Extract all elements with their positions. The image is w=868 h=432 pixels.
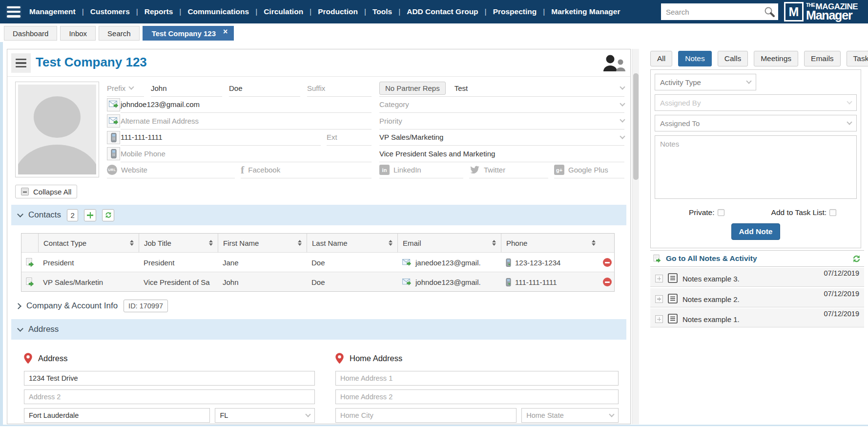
column-header-contact-type[interactable]: Contact Type	[38, 234, 139, 252]
menu-item-prospecting[interactable]: Prospecting	[493, 7, 552, 16]
sort-icon[interactable]	[492, 240, 496, 246]
tab-emails[interactable]: Emails	[804, 51, 841, 66]
delete-contact-button[interactable]	[600, 272, 614, 292]
tab-search[interactable]: Search	[99, 26, 140, 41]
contact-row[interactable]: President President Jane Doe janedoe123@…	[21, 252, 614, 272]
alt-email-icon[interactable]	[107, 114, 120, 128]
column-header-phone[interactable]: Phone	[501, 234, 600, 252]
priority-select[interactable]: Priority	[379, 113, 624, 130]
tab-test-company-active[interactable]: Test Company 123 ×	[143, 26, 234, 41]
tab-calls[interactable]: Calls	[718, 51, 748, 66]
address-section-header[interactable]: Address	[11, 319, 626, 340]
menu-item-communications[interactable]: Communications	[187, 7, 264, 16]
no-partner-reps-button[interactable]: No Partner Reps	[379, 82, 446, 95]
home-address-line1-input[interactable]	[335, 371, 619, 386]
home-address-line2-input[interactable]	[335, 389, 619, 404]
linkedin-field[interactable]: in LinkedIn	[379, 162, 463, 179]
email-field[interactable]: johndoe123@gmail.com	[121, 97, 372, 113]
go-to-all-notes-link[interactable]: Go to All Notes & Activity	[650, 250, 864, 267]
phone-field[interactable]: 111-111-1111	[121, 130, 321, 146]
menu-item-tools[interactable]: Tools	[372, 7, 407, 16]
last-name-field[interactable]: Doe	[229, 80, 300, 97]
menu-item-circulation[interactable]: Circulation	[264, 7, 318, 16]
website-field[interactable]: URL Website	[107, 162, 235, 179]
googleplus-field[interactable]: g+ Google Plus	[554, 162, 624, 179]
contact-type-select[interactable]: VP Sales/Marketing	[379, 130, 624, 146]
job-title-field[interactable]: Vice President Sales and Marketing	[379, 146, 624, 162]
note-list-item[interactable]: Notes example 2. 07/12/2019	[650, 288, 864, 307]
prefix-select[interactable]: Prefix	[107, 80, 144, 97]
suffix-field[interactable]: Suffix	[307, 80, 372, 97]
open-contact-icon[interactable]	[21, 253, 38, 272]
call-phone-icon[interactable]	[506, 278, 511, 286]
tab-tasks[interactable]: Tasks	[847, 51, 868, 66]
expand-note-icon[interactable]	[655, 295, 663, 303]
send-email-icon[interactable]	[402, 259, 412, 266]
refresh-contacts-button[interactable]	[102, 209, 114, 221]
refresh-notes-icon[interactable]	[852, 254, 861, 263]
city-input[interactable]	[24, 408, 210, 423]
assigned-to-select[interactable]: Assigned To	[655, 115, 857, 131]
send-email-icon[interactable]	[402, 279, 412, 286]
vertical-scrollbar[interactable]	[632, 49, 639, 424]
contacts-section-header[interactable]: Contacts 2	[11, 205, 626, 225]
expand-note-icon[interactable]	[655, 275, 663, 282]
facebook-field[interactable]: f Facebook	[241, 162, 372, 179]
add-note-button[interactable]: Add Note	[731, 223, 781, 240]
add-contact-button[interactable]	[84, 209, 96, 221]
mobile-phone-field[interactable]: Mobile Phone	[121, 146, 372, 162]
call-phone-icon[interactable]	[506, 259, 511, 267]
search-input[interactable]	[661, 8, 764, 16]
note-text-input[interactable]	[655, 135, 857, 199]
cell-phone[interactable]: 111-111-1111	[501, 272, 600, 292]
column-header-last-name[interactable]: Last Name	[307, 234, 397, 252]
company-account-info-section[interactable]: Company & Account Info ID: 170997	[16, 300, 168, 312]
assigned-by-select[interactable]: Assigned By	[655, 94, 857, 111]
task-list-checkbox[interactable]	[829, 209, 836, 216]
menu-item-add-contact-group[interactable]: ADD Contact Group	[407, 7, 493, 16]
menu-item-production[interactable]: Production	[318, 7, 372, 16]
email-icon[interactable]	[107, 98, 120, 111]
phone-ext-field[interactable]: Ext	[327, 130, 372, 146]
twitter-field[interactable]: Twitter	[469, 162, 548, 179]
column-header-job-title[interactable]: Job Title	[139, 234, 218, 252]
sort-icon[interactable]	[298, 240, 302, 246]
note-list-item[interactable]: Notes example 1. 07/12/2019	[650, 308, 864, 327]
menu-item-customers[interactable]: Customers	[90, 7, 145, 16]
cell-email[interactable]: janedoe123@gmail.	[397, 253, 501, 272]
scrollbar-thumb[interactable]	[633, 73, 639, 180]
tab-meetings[interactable]: Meetings	[754, 51, 798, 66]
open-contact-icon[interactable]	[21, 272, 38, 292]
activity-type-select[interactable]: Activity Type	[655, 74, 756, 90]
address-line2-input[interactable]	[24, 389, 315, 404]
expand-note-icon[interactable]	[655, 315, 663, 323]
close-tab-icon[interactable]: ×	[223, 28, 227, 36]
rep-name[interactable]: Test	[455, 84, 617, 92]
phone-icon[interactable]	[107, 131, 120, 144]
tab-all[interactable]: All	[650, 51, 672, 66]
sort-icon[interactable]	[130, 240, 134, 246]
collapse-all-button[interactable]: Collapse All	[15, 185, 77, 198]
cell-phone[interactable]: 123-123-1234	[501, 253, 600, 272]
private-checkbox[interactable]	[718, 209, 724, 216]
tab-dashboard[interactable]: Dashboard	[4, 26, 57, 41]
address-line1-input[interactable]	[24, 371, 315, 386]
hamburger-menu-icon[interactable]	[6, 5, 21, 19]
cell-email[interactable]: johndoe123@gmail.	[397, 272, 501, 292]
sort-icon[interactable]	[209, 240, 213, 246]
contact-row[interactable]: VP Sales/Marketin Vice President of Sa J…	[21, 272, 614, 291]
menu-item-marketing-manager[interactable]: Marketing Manager	[551, 7, 633, 16]
column-header-first-name[interactable]: First Name	[218, 234, 307, 252]
menu-item-reports[interactable]: Reports	[145, 7, 188, 16]
category-select[interactable]: Category	[379, 97, 624, 113]
tab-notes[interactable]: Notes	[678, 51, 712, 66]
sort-icon[interactable]	[592, 240, 596, 246]
state-select[interactable]: FL	[215, 408, 315, 423]
record-menu-icon[interactable]	[11, 53, 31, 73]
alt-email-field[interactable]: Alternate Email Address	[121, 113, 372, 130]
sort-icon[interactable]	[389, 240, 393, 246]
avatar[interactable]	[15, 82, 99, 177]
home-city-input[interactable]	[335, 408, 517, 423]
column-header-email[interactable]: Email	[397, 234, 501, 252]
delete-contact-button[interactable]	[600, 253, 614, 272]
